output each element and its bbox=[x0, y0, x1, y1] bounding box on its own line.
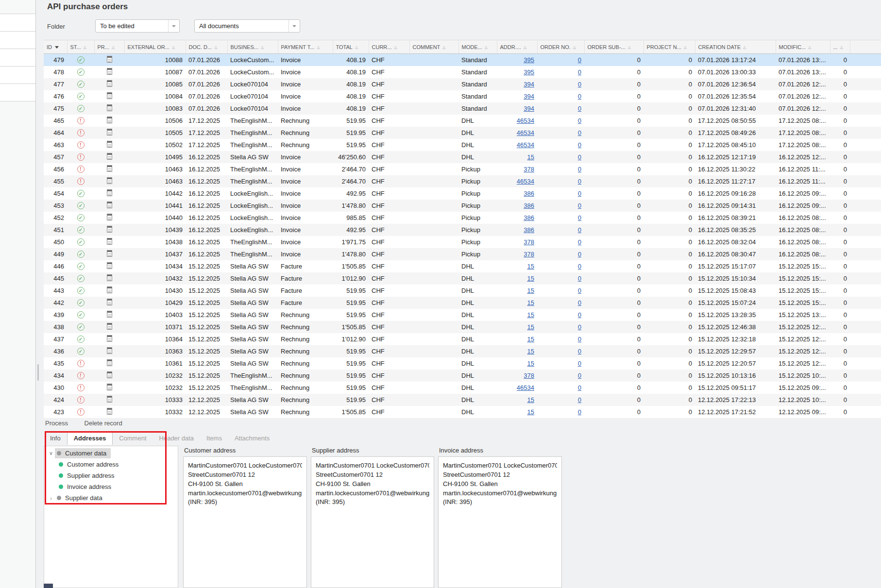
tree-item-customer-address[interactable]: Customer address bbox=[44, 459, 178, 470]
order_no-link[interactable]: 0 bbox=[578, 287, 581, 294]
addr-link[interactable]: 378 bbox=[524, 372, 534, 379]
column-header-project[interactable]: PROJECT N...△ bbox=[644, 40, 695, 54]
process-button[interactable]: Process bbox=[45, 420, 68, 427]
tab-items[interactable]: Items bbox=[200, 432, 228, 445]
table-row[interactable]: 477✓1008507.01.2026Locke070104Invoice408… bbox=[44, 78, 881, 90]
addr-link[interactable]: 395 bbox=[524, 56, 534, 64]
column-header-business[interactable]: BUSINES...△ bbox=[227, 40, 278, 54]
table-row[interactable]: 446✓1043415.12.2025Stella AG SWFacture1'… bbox=[44, 260, 881, 272]
table-row[interactable]: 464!1050517.12.2025TheEnglishM...Rechnun… bbox=[44, 127, 881, 139]
tree-item-supplier-address[interactable]: Supplier address bbox=[44, 470, 178, 481]
order_no-link[interactable]: 0 bbox=[578, 384, 581, 391]
addr-link[interactable]: 46534 bbox=[517, 129, 534, 136]
addr-link[interactable]: 15 bbox=[527, 360, 534, 367]
table-row[interactable]: 443✓1043015.12.2025Stella AG SWFacture51… bbox=[44, 285, 881, 297]
table-row[interactable]: 451✓1043916.12.2025LockeEnglish...Invoic… bbox=[44, 224, 881, 236]
order_no-link[interactable]: 0 bbox=[578, 263, 581, 270]
tree-item-supplier-data[interactable]: ›Supplier data bbox=[44, 492, 178, 504]
addr-link[interactable]: 15 bbox=[527, 396, 534, 403]
column-header-more[interactable]: ...△ bbox=[830, 40, 850, 54]
table-row[interactable]: 476✓1008407.01.2026Locke070104Invoice408… bbox=[44, 90, 881, 102]
table-row[interactable]: 438✓1037115.12.2025Stella AG SWRechnung1… bbox=[44, 321, 881, 333]
tab-addresses[interactable]: Addresses bbox=[67, 432, 113, 445]
addr-link[interactable]: 386 bbox=[524, 190, 534, 197]
addr-link[interactable]: 46534 bbox=[517, 117, 534, 124]
column-header-payment_type[interactable]: PAYMENT T...△ bbox=[278, 40, 333, 54]
documents-dropdown-button[interactable] bbox=[288, 20, 300, 32]
table-row[interactable]: 475✓1008307.01.2026Locke070104Invoice408… bbox=[44, 102, 881, 115]
column-header-mode[interactable]: MODE...△ bbox=[458, 40, 497, 54]
order_no-link[interactable]: 0 bbox=[578, 105, 581, 112]
table-row[interactable]: 478✓1008707.01.2026LockeCustom...Invoice… bbox=[44, 66, 881, 78]
table-row[interactable]: 442✓1042915.12.2025Stella AG SWFacture51… bbox=[44, 297, 881, 309]
table-row[interactable]: 479✓1008807.01.2026LockeCustom...Invoice… bbox=[44, 54, 881, 66]
order_no-link[interactable]: 0 bbox=[578, 372, 581, 379]
vertical-scrollbar-thumb[interactable] bbox=[37, 364, 39, 381]
order_no-link[interactable]: 0 bbox=[578, 166, 581, 173]
column-header-doc_date[interactable]: DOC. D...△ bbox=[186, 40, 227, 54]
tab-header-data[interactable]: Header data bbox=[153, 432, 201, 445]
addr-link[interactable]: 394 bbox=[524, 93, 534, 100]
order_no-link[interactable]: 0 bbox=[578, 202, 581, 209]
table-row[interactable]: 435!1036115.12.2025Stella AG SWRechnung5… bbox=[44, 357, 881, 370]
tree-item-invoice-address[interactable]: Invoice address bbox=[44, 481, 178, 492]
addr-link[interactable]: 15 bbox=[527, 311, 534, 319]
order_no-link[interactable]: 0 bbox=[578, 129, 581, 136]
addr-link[interactable]: 394 bbox=[524, 105, 534, 112]
order_no-link[interactable]: 0 bbox=[578, 348, 581, 355]
addr-link[interactable]: 46534 bbox=[517, 384, 534, 391]
addr-link[interactable]: 15 bbox=[527, 153, 534, 161]
tab-attachments[interactable]: Attachments bbox=[228, 432, 276, 445]
addr-link[interactable]: 46534 bbox=[517, 141, 534, 149]
order_no-link[interactable]: 0 bbox=[578, 117, 581, 124]
order_no-link[interactable]: 0 bbox=[578, 226, 581, 234]
table-row[interactable]: 450✓1043816.12.2025TheEnglishM...Invoice… bbox=[44, 236, 881, 248]
order_no-link[interactable]: 0 bbox=[578, 81, 581, 88]
order_no-link[interactable]: 0 bbox=[578, 299, 581, 306]
table-row[interactable]: 463!1050217.12.2025TheEnglishM...Rechnun… bbox=[44, 139, 881, 151]
order_no-link[interactable]: 0 bbox=[578, 178, 581, 185]
table-row[interactable]: 454✓1044216.12.2025LockeEnglish...Invoic… bbox=[44, 187, 881, 200]
table-row[interactable]: 437✓1036415.12.2025Stella AG SWRechnung1… bbox=[44, 333, 881, 345]
table-row[interactable]: 453✓1044116.12.2025LockeEnglish...Invoic… bbox=[44, 200, 881, 212]
table-row[interactable]: 439✓1040315.12.2025Stella AG SWRechnung5… bbox=[44, 309, 881, 321]
addr-link[interactable]: 394 bbox=[524, 81, 534, 88]
table-row[interactable]: 452✓1044016.12.2025LockeEnglish...Invoic… bbox=[44, 212, 881, 224]
addr-link[interactable]: 378 bbox=[524, 166, 534, 173]
addr-link[interactable]: 386 bbox=[524, 202, 534, 209]
order_no-link[interactable]: 0 bbox=[578, 336, 581, 343]
order_no-link[interactable]: 0 bbox=[578, 141, 581, 149]
table-row[interactable]: 424!1033312.12.2025Stella AG SWRechnung5… bbox=[44, 394, 881, 406]
table-row[interactable]: 449✓1043716.12.2025TheEnglishM...Invoice… bbox=[44, 248, 881, 260]
column-header-modified[interactable]: MODIFIC...△ bbox=[776, 40, 830, 54]
table-row[interactable]: 456!1046316.12.2025TheEnglishM...Invoice… bbox=[44, 163, 881, 175]
order_no-link[interactable]: 0 bbox=[578, 311, 581, 319]
addr-link[interactable]: 15 bbox=[527, 408, 534, 416]
tab-info[interactable]: Info bbox=[44, 432, 67, 445]
table-row[interactable]: 445✓1043215.12.2025Stella AG SWFacture1'… bbox=[44, 272, 881, 285]
column-header-total[interactable]: TOTAL△ bbox=[333, 40, 369, 54]
order_no-link[interactable]: 0 bbox=[578, 190, 581, 197]
order_no-link[interactable]: 0 bbox=[578, 323, 581, 331]
addr-link[interactable]: 15 bbox=[527, 275, 534, 282]
column-header-order_sub[interactable]: ORDER SUB-...△ bbox=[584, 40, 644, 54]
addr-link[interactable]: 378 bbox=[524, 251, 534, 258]
table-row[interactable]: 423!1033212.12.2025Stella AG SWRechnung1… bbox=[44, 406, 881, 418]
addr-link[interactable]: 15 bbox=[527, 348, 534, 355]
order_no-link[interactable]: 0 bbox=[578, 214, 581, 221]
table-row[interactable]: 436✓1036315.12.2025Stella AG SWRechnung5… bbox=[44, 345, 881, 357]
column-header-creation_date[interactable]: CREATION DATE△ bbox=[695, 40, 776, 54]
addr-link[interactable]: 15 bbox=[527, 263, 534, 270]
chevron-expanded-icon[interactable]: ∨ bbox=[47, 450, 55, 456]
column-header-currency[interactable]: CURR...△ bbox=[369, 40, 409, 54]
addr-link[interactable]: 378 bbox=[524, 238, 534, 246]
column-header-order_no[interactable]: ORDER NO.△ bbox=[537, 40, 584, 54]
column-header-external_order[interactable]: EXTERNAL OR...△ bbox=[124, 40, 186, 54]
addr-link[interactable]: 395 bbox=[524, 68, 534, 76]
addr-link[interactable]: 386 bbox=[524, 226, 534, 234]
table-row[interactable]: 434!1023215.12.2025TheEnglishM...Rechnun… bbox=[44, 370, 881, 382]
delete-record-button[interactable]: Delete record bbox=[85, 420, 122, 427]
order_no-link[interactable]: 0 bbox=[578, 93, 581, 100]
column-header-status[interactable]: ST...△ bbox=[67, 40, 94, 54]
order_no-link[interactable]: 0 bbox=[578, 56, 581, 64]
